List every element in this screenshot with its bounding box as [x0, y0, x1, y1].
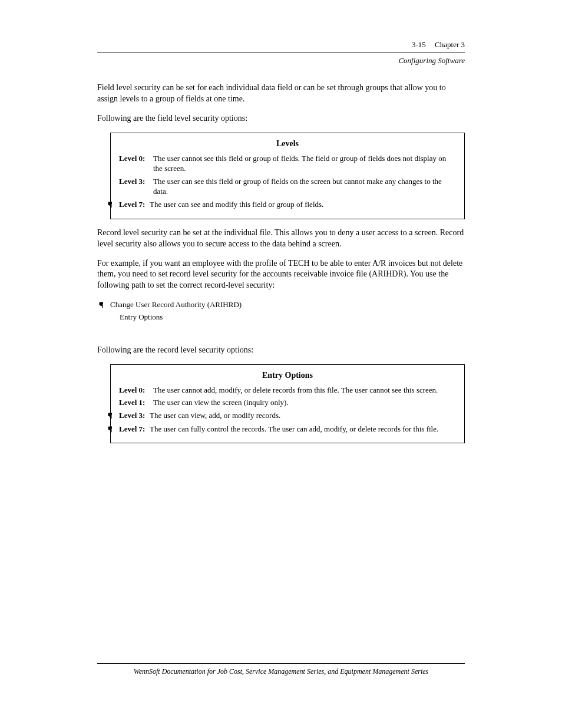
- level-row: Level 1: The user can view the screen (i…: [119, 397, 456, 408]
- page-footer: WennSoft Documentation for Job Cost, Ser…: [97, 663, 465, 676]
- pointer-icon: ☛: [96, 301, 107, 309]
- level-desc: The user can see this field or group of …: [153, 176, 456, 197]
- pointer-icon: ☛: [105, 425, 116, 433]
- chapter-label: Chapter 3: [435, 40, 465, 49]
- level-label: Level 7:: [119, 199, 150, 210]
- level-row: Level 0: The user cannot add, modify, or…: [119, 385, 456, 396]
- page-header: 3-15 Chapter 3 Configuring Software: [97, 40, 465, 65]
- paragraph: Following are the field level security o…: [97, 113, 465, 124]
- page-content: Field level security can be set for each…: [97, 83, 465, 452]
- header-rule: [97, 52, 465, 52]
- paragraph: For example, if you want an employee wit…: [97, 258, 465, 292]
- paragraph: Following are the record level security …: [97, 345, 465, 356]
- level-row: Level 0: The user cannot see this field …: [119, 153, 456, 174]
- footer-text: WennSoft Documentation for Job Cost, Ser…: [97, 667, 465, 676]
- path-block: ☛ Change User Record Authority (ARIHRD) …: [110, 299, 465, 322]
- level-label: Level 0:: [119, 153, 153, 164]
- level-label: Level 3:: [119, 410, 150, 421]
- level-row: Level 3: The user can see this field or …: [119, 176, 456, 197]
- level-desc: The user can see and modify this field o…: [150, 199, 456, 210]
- level-desc: The user can view the screen (inquiry on…: [153, 397, 456, 408]
- level-label: Level 0:: [119, 385, 153, 396]
- box-title: Levels: [119, 139, 456, 149]
- paragraph: Field level security can be set for each…: [97, 83, 465, 105]
- path-line: Change User Record Authority (ARIHRD): [110, 299, 242, 310]
- box-title: Entry Options: [119, 371, 456, 380]
- header-subtitle: Configuring Software: [97, 56, 465, 65]
- level-label: Level 7:: [119, 424, 150, 434]
- pointer-icon: ☛: [105, 200, 116, 209]
- level-label: Level 3:: [119, 176, 153, 187]
- level-desc: The user cannot see this field or group …: [153, 153, 456, 174]
- footer-rule: [97, 663, 465, 664]
- path-line: Entry Options: [120, 312, 163, 322]
- level-label: Level 1:: [119, 397, 153, 408]
- paragraph: Record level security can be set at the …: [97, 228, 465, 250]
- level-desc: The user can fully control the records. …: [150, 424, 456, 434]
- level-desc: The user cannot add, modify, or delete r…: [153, 385, 456, 396]
- entry-options-box: Entry Options Level 0: The user cannot a…: [110, 364, 465, 444]
- page-number: 3-15: [412, 40, 426, 49]
- levels-box: Levels Level 0: The user cannot see this…: [110, 133, 465, 219]
- level-desc: The user can view, add, or modify record…: [150, 410, 456, 421]
- pointer-icon: ☛: [105, 411, 116, 420]
- level-row: ☛ Level 7: The user can see and modify t…: [119, 199, 456, 210]
- level-row: ☛ Level 7: The user can fully control th…: [119, 424, 456, 435]
- level-row: ☛ Level 3: The user can view, add, or mo…: [119, 410, 456, 421]
